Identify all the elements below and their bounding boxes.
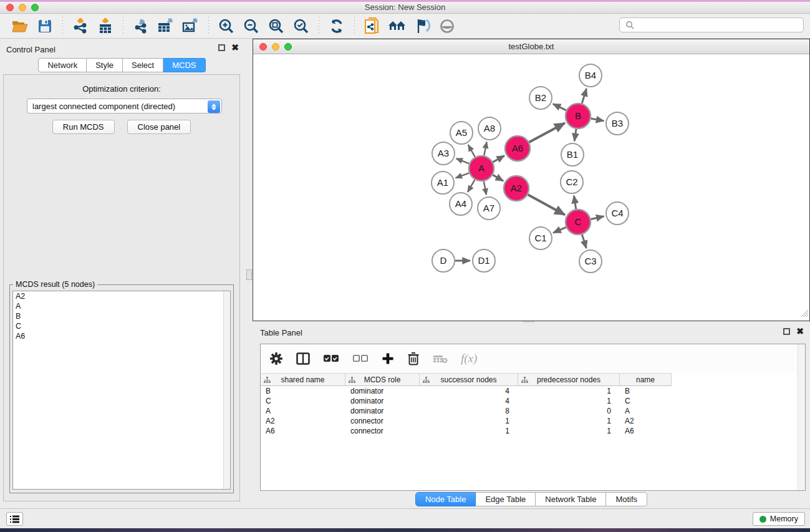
minimize-window-button[interactable] [19,4,26,11]
node-A1[interactable]: A1 [432,172,454,194]
deselect-all-icon[interactable] [352,354,369,363]
table-cell[interactable]: C [620,396,672,406]
table-cell[interactable]: B [261,386,345,396]
tab-mcds[interactable]: MCDS [163,58,205,72]
refresh-icon[interactable] [327,17,346,36]
edge-C-C2[interactable] [574,196,576,210]
table-cell[interactable]: A6 [620,426,672,436]
node-B2[interactable]: B2 [529,87,552,109]
table-row[interactable]: A6connector11A6 [261,426,798,436]
edge-A-A6[interactable] [493,156,504,162]
edge-A-A7[interactable] [484,181,486,195]
edge-A-A5[interactable] [468,145,475,157]
table-cell[interactable]: connector [345,416,420,426]
table-cell[interactable]: 0 [518,406,620,416]
open-file-icon[interactable] [11,17,29,36]
mcds-result-item[interactable]: B [13,311,230,321]
session-document-icon[interactable] [363,17,382,36]
zoom-fit-icon[interactable] [267,17,286,36]
export-table-icon[interactable] [157,17,175,36]
edge-A-A8[interactable] [484,142,486,156]
table-row[interactable]: Adominator80A [261,406,798,416]
node-table[interactable]: shared nameMCDS rolesuccessor nodesprede… [261,373,798,436]
table-row[interactable]: Bdominator41B [261,386,798,396]
eye-icon[interactable] [438,17,456,36]
node-D[interactable]: D [432,249,455,272]
mcds-result-list[interactable]: A2ABCA6 [12,291,231,490]
column-header-successor-nodes[interactable]: successor nodes [420,373,518,386]
table-cell[interactable]: A6 [261,426,345,436]
scrollbar-track[interactable] [798,344,805,490]
node-B4[interactable]: B4 [579,64,602,87]
import-table-icon[interactable] [96,17,115,36]
table-cell[interactable]: 1 [518,396,620,406]
edge-B-B1[interactable] [574,129,576,141]
save-session-icon[interactable] [36,17,54,36]
close-panel-icon[interactable]: ✖ [231,44,239,51]
table-cell[interactable]: 4 [420,386,518,396]
table-cell[interactable]: A [620,406,672,416]
mcds-result-item[interactable]: C [13,321,230,331]
float-panel-icon[interactable] [783,328,790,335]
node-C3[interactable]: C3 [579,250,602,273]
export-image-icon[interactable] [181,17,200,36]
tab-node-table[interactable]: Node Table [415,492,476,506]
edge-A-A1[interactable] [456,173,470,178]
node-A6[interactable]: A6 [505,136,530,161]
select-all-icon[interactable] [323,354,339,363]
close-window-button[interactable] [6,4,14,11]
mcds-result-item[interactable]: A [13,301,230,311]
node-A4[interactable]: A4 [450,193,472,215]
edge-A-A2[interactable] [493,175,503,181]
float-panel-icon[interactable] [218,44,225,51]
zoom-selected-icon[interactable] [292,17,311,36]
table-cell[interactable]: 1 [420,416,518,426]
table-cell[interactable]: dominator [345,406,420,416]
edge-B-B2[interactable] [553,104,566,110]
home-network-icon[interactable] [388,17,407,36]
run-mcds-button[interactable]: Run MCDS [52,120,115,134]
table-row[interactable]: Cdominator41C [261,396,798,406]
table-cell[interactable]: B [620,386,672,396]
table-cell[interactable]: A2 [620,416,672,426]
search-input[interactable] [619,17,804,32]
scrollbar-track[interactable] [223,291,230,489]
edge-C-C4[interactable] [591,216,604,220]
network-window-titlebar[interactable]: testGlobe.txt [253,39,809,54]
table-cell[interactable]: 8 [420,406,518,416]
node-C2[interactable]: C2 [561,171,583,193]
node-A5[interactable]: A5 [450,122,473,144]
criterion-select[interactable]: largest connected component (directed) [27,99,222,114]
trash-icon[interactable] [407,352,420,365]
column-header-MCDS-role[interactable]: MCDS role [345,373,420,386]
mcds-result-item[interactable]: A2 [13,291,230,301]
import-network-icon[interactable] [71,17,90,36]
table-row[interactable]: A2connector11A2 [261,416,798,426]
table-cell[interactable]: 1 [518,386,620,396]
table-cell[interactable]: 1 [420,426,518,436]
edge-B-B4[interactable] [582,89,586,104]
edge-C-C1[interactable] [553,227,566,233]
node-C[interactable]: C [566,210,591,235]
edge-A-A4[interactable] [468,180,475,192]
table-cell[interactable]: 1 [518,416,620,426]
resize-grip-icon[interactable] [801,309,809,320]
columns-icon[interactable] [296,352,310,365]
close-panel-button[interactable]: Close panel [127,120,191,134]
edge-A2-C[interactable] [528,195,564,215]
zoom-out-icon[interactable] [242,17,261,36]
column-header-predecessor-nodes[interactable]: predecessor nodes [518,373,620,386]
close-window-button[interactable] [259,43,267,51]
table-cell[interactable]: 4 [420,396,518,406]
zoom-window-button[interactable] [31,4,39,11]
node-A3[interactable]: A3 [432,142,455,165]
tab-edge-table[interactable]: Edge Table [476,492,536,506]
column-header-name[interactable]: name [620,373,672,386]
column-header-shared-name[interactable]: shared name [261,373,345,386]
edge-C-C3[interactable] [582,235,586,248]
tab-style[interactable]: Style [87,58,123,72]
node-A2[interactable]: A2 [504,176,529,201]
edge-B-B3[interactable] [591,118,604,121]
edge-A-A3[interactable] [456,158,469,163]
task-history-button[interactable] [6,512,23,526]
